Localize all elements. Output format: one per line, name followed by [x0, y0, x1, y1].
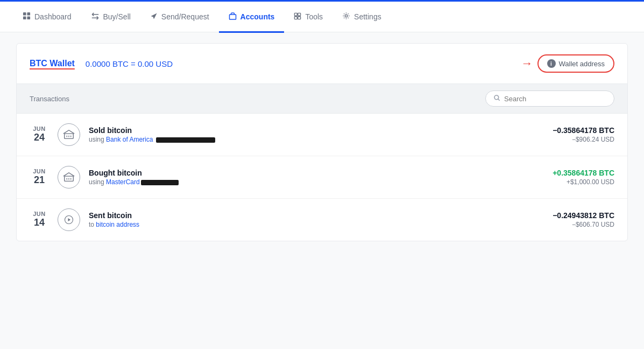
transaction-row: JUN 21 Bought bitcoin using MasterCard +…: [17, 156, 627, 199]
transaction-icon-1: [58, 123, 80, 146]
svg-rect-0: [23, 12, 26, 16]
top-navigation: Dashboard Buy/Sell Send/Request Accounts…: [0, 0, 644, 32]
tx-subtitle-3: to bitcoin address: [89, 221, 544, 228]
svg-rect-7: [295, 16, 298, 19]
svg-point-9: [345, 15, 348, 17]
transaction-date-2: JUN 21: [30, 168, 49, 186]
tx-subtitle-prefix-1: using: [89, 136, 106, 143]
wallet-header: BTC Wallet 0.0000 BTC = 0.00 USD → i Wal…: [17, 44, 627, 84]
svg-rect-8: [298, 16, 301, 19]
nav-item-sendrequest[interactable]: Send/Request: [140, 3, 219, 33]
sendrequest-icon: [150, 12, 158, 22]
btc-wallet-label[interactable]: BTC Wallet: [30, 59, 75, 68]
transaction-date-3: JUN 14: [30, 211, 49, 229]
search-input[interactable]: [504, 95, 601, 103]
tx-title-3: Sent bitcoin: [89, 211, 544, 220]
date-day-2: 21: [34, 174, 45, 186]
wallet-address-area: → i Wallet address: [521, 54, 615, 73]
dashboard-icon: [23, 12, 31, 22]
svg-marker-20: [68, 218, 71, 221]
accounts-icon: [229, 12, 237, 22]
date-day-3: 14: [34, 217, 45, 229]
svg-rect-1: [27, 12, 30, 16]
transaction-date-1: JUN 24: [30, 125, 49, 144]
transaction-row: JUN 14 Sent bitcoin to bitcoin address −…: [17, 199, 627, 241]
svg-rect-3: [27, 16, 30, 19]
tx-usd-1: −$906.24 USD: [553, 136, 614, 143]
date-month-3: JUN: [33, 211, 46, 217]
transactions-label: Transactions: [30, 95, 69, 103]
nav-label-dashboard: Dashboard: [34, 12, 72, 21]
date-month-1: JUN: [33, 125, 46, 132]
wallet-card: BTC Wallet 0.0000 BTC = 0.00 USD → i Wal…: [16, 43, 628, 241]
nav-item-settings[interactable]: Settings: [332, 3, 391, 33]
svg-rect-4: [229, 15, 236, 19]
tx-subtitle-link-3[interactable]: bitcoin address: [96, 221, 139, 228]
transaction-amount-3: −0.24943812 BTC −$606.70 USD: [553, 211, 614, 228]
transaction-amount-1: −0.35864178 BTC −$906.24 USD: [553, 126, 614, 143]
tx-usd-3: −$606.70 USD: [553, 221, 614, 228]
tools-icon: [294, 12, 301, 22]
nav-label-tools: Tools: [305, 12, 323, 21]
svg-rect-6: [298, 13, 301, 16]
transaction-details-1: Sold bitcoin using Bank of America: [89, 126, 544, 143]
info-icon: i: [547, 59, 556, 68]
balance-btc: 0.0000 BTC: [86, 59, 129, 68]
date-day-1: 24: [34, 132, 45, 144]
buysell-icon: [91, 12, 100, 22]
transaction-details-2: Bought bitcoin using MasterCard: [89, 169, 544, 186]
main-content: BTC Wallet 0.0000 BTC = 0.00 USD → i Wal…: [0, 32, 644, 252]
tx-btc-2: +0.35864178 BTC: [553, 169, 614, 177]
svg-rect-5: [295, 13, 298, 16]
tx-subtitle-1: using Bank of America: [89, 136, 544, 143]
tx-subtitle-prefix-2: using: [89, 178, 106, 186]
tx-btc-1: −0.35864178 BTC: [553, 126, 614, 135]
red-arrow-annotation: →: [521, 57, 533, 71]
nav-item-dashboard[interactable]: Dashboard: [13, 3, 81, 33]
transaction-icon-2: [58, 166, 80, 189]
tx-redacted-2: [141, 180, 179, 185]
svg-point-10: [494, 95, 499, 100]
nav-label-sendrequest: Send/Request: [161, 12, 209, 21]
btc-balance: 0.0000 BTC = 0.00 USD: [86, 59, 173, 68]
tx-redacted-1: [156, 137, 215, 143]
nav-item-buysell[interactable]: Buy/Sell: [81, 3, 140, 33]
transaction-row: JUN 24 Sold bitcoin using Bank of Americ…: [17, 114, 627, 156]
balance-eq: = 0.00 USD: [131, 59, 173, 68]
search-icon: [493, 94, 500, 103]
wallet-address-label: Wallet address: [559, 60, 605, 68]
search-box: [485, 90, 614, 107]
nav-label-settings: Settings: [354, 12, 381, 21]
transactions-bar: Transactions: [17, 84, 627, 114]
settings-icon: [342, 12, 350, 22]
transaction-details-3: Sent bitcoin to bitcoin address: [89, 211, 544, 228]
tx-subtitle-link-1[interactable]: Bank of America: [106, 136, 153, 143]
tx-subtitle-prefix-3: to: [89, 221, 96, 228]
tx-subtitle-2: using MasterCard: [89, 178, 544, 186]
tx-subtitle-link-2[interactable]: MasterCard: [106, 178, 140, 186]
nav-item-tools[interactable]: Tools: [284, 3, 332, 33]
nav-item-accounts[interactable]: Accounts: [219, 3, 285, 33]
date-month-2: JUN: [33, 168, 46, 174]
nav-label-buysell: Buy/Sell: [103, 12, 131, 21]
tx-usd-2: +$1,000.00 USD: [553, 178, 614, 186]
wallet-address-button[interactable]: i Wallet address: [537, 54, 615, 73]
nav-label-accounts: Accounts: [240, 12, 275, 21]
transaction-icon-3: [58, 208, 80, 231]
wallet-header-left: BTC Wallet 0.0000 BTC = 0.00 USD: [30, 59, 173, 68]
tx-title-1: Sold bitcoin: [89, 126, 544, 135]
tx-title-2: Bought bitcoin: [89, 169, 544, 177]
tx-btc-3: −0.24943812 BTC: [553, 211, 614, 220]
svg-rect-2: [23, 16, 26, 19]
transaction-amount-2: +0.35864178 BTC +$1,000.00 USD: [553, 169, 614, 186]
